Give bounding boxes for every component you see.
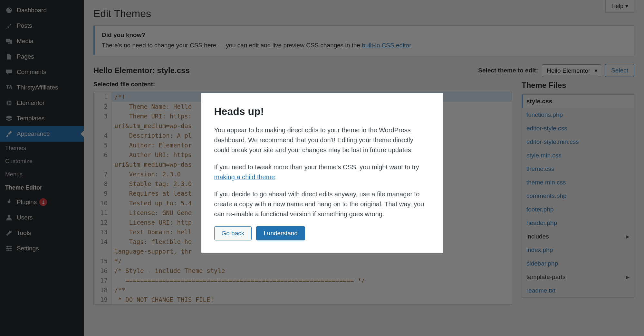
i-understand-button[interactable]: I understand — [256, 226, 305, 240]
go-back-button[interactable]: Go back — [214, 226, 252, 240]
child-theme-link[interactable]: making a child theme — [214, 173, 275, 181]
warning-modal: Heads up! You appear to be making direct… — [201, 93, 443, 253]
modal-title: Heads up! — [214, 106, 430, 117]
modal-paragraph-1: You appear to be making direct edits to … — [214, 125, 430, 155]
modal-paragraph-2: If you need to tweak more than your them… — [214, 162, 430, 182]
modal-paragraph-3: If you decide to go ahead with direct ed… — [214, 189, 430, 219]
modal-overlay: Heads up! You appear to be making direct… — [0, 0, 644, 336]
